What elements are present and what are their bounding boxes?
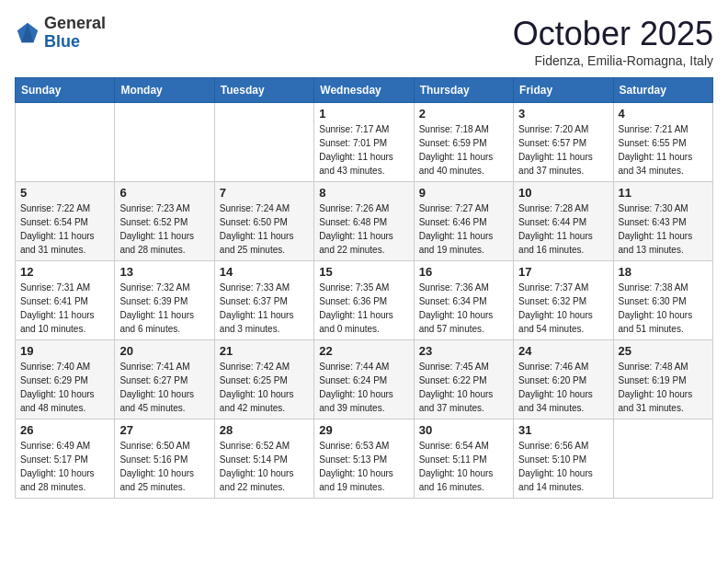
calendar-cell: 29Sunrise: 6:53 AMSunset: 5:13 PMDayligh… (314, 419, 414, 499)
calendar-cell: 22Sunrise: 7:44 AMSunset: 6:24 PMDayligh… (314, 340, 414, 419)
calendar-week-row: 26Sunrise: 6:49 AMSunset: 5:17 PMDayligh… (16, 419, 713, 499)
calendar-cell: 24Sunrise: 7:46 AMSunset: 6:20 PMDayligh… (514, 340, 613, 419)
day-info: Sunrise: 7:41 AMSunset: 6:27 PMDaylight:… (119, 360, 209, 415)
calendar-cell: 10Sunrise: 7:28 AMSunset: 6:44 PMDayligh… (514, 182, 613, 261)
day-info: Sunrise: 7:26 AMSunset: 6:48 PMDaylight:… (319, 201, 408, 257)
day-info: Sunrise: 7:23 AMSunset: 6:52 PMDaylight:… (119, 201, 209, 257)
calendar-cell: 19Sunrise: 7:40 AMSunset: 6:29 PMDayligh… (16, 340, 115, 419)
day-number: 15 (319, 265, 408, 279)
day-info: Sunrise: 7:46 AMSunset: 6:20 PMDaylight:… (518, 360, 608, 415)
day-number: 6 (119, 186, 209, 200)
weekday-header-saturday: Saturday (613, 78, 712, 103)
day-number: 26 (20, 423, 109, 437)
calendar-cell: 31Sunrise: 6:56 AMSunset: 5:10 PMDayligh… (514, 419, 613, 499)
logo-general: General (44, 15, 106, 33)
day-number: 16 (419, 265, 508, 279)
calendar-cell: 16Sunrise: 7:36 AMSunset: 6:34 PMDayligh… (414, 261, 513, 340)
day-number: 30 (419, 423, 508, 437)
day-info: Sunrise: 6:52 AMSunset: 5:14 PMDaylight:… (220, 439, 309, 494)
day-number: 2 (419, 107, 508, 121)
day-info: Sunrise: 7:33 AMSunset: 6:37 PMDaylight:… (220, 281, 309, 336)
calendar-cell: 7Sunrise: 7:24 AMSunset: 6:50 PMDaylight… (214, 182, 313, 261)
calendar-cell (613, 419, 712, 499)
day-info: Sunrise: 7:42 AMSunset: 6:25 PMDaylight:… (220, 360, 309, 415)
calendar-cell: 30Sunrise: 6:54 AMSunset: 5:11 PMDayligh… (414, 419, 513, 499)
weekday-header-tuesday: Tuesday (214, 78, 313, 103)
calendar-week-row: 1Sunrise: 7:17 AMSunset: 7:01 PMDaylight… (16, 103, 713, 182)
calendar-cell: 5Sunrise: 7:22 AMSunset: 6:54 PMDaylight… (16, 182, 115, 261)
day-number: 31 (518, 423, 608, 437)
calendar-cell (214, 103, 313, 182)
day-number: 18 (619, 265, 708, 279)
title-block: October 2025 Fidenza, Emilia-Romagna, It… (513, 15, 713, 68)
weekday-header-thursday: Thursday (414, 78, 513, 103)
day-info: Sunrise: 7:24 AMSunset: 6:50 PMDaylight:… (220, 201, 309, 257)
day-number: 4 (619, 107, 708, 121)
day-info: Sunrise: 6:54 AMSunset: 5:11 PMDaylight:… (419, 439, 508, 494)
day-info: Sunrise: 6:53 AMSunset: 5:13 PMDaylight:… (319, 439, 408, 494)
day-info: Sunrise: 7:30 AMSunset: 6:43 PMDaylight:… (619, 201, 708, 257)
day-number: 22 (319, 344, 408, 358)
weekday-header-monday: Monday (115, 78, 214, 103)
day-number: 14 (220, 265, 309, 279)
calendar-cell: 11Sunrise: 7:30 AMSunset: 6:43 PMDayligh… (613, 182, 712, 261)
calendar-cell: 8Sunrise: 7:26 AMSunset: 6:48 PMDaylight… (314, 182, 414, 261)
logo-text: General Blue (44, 15, 106, 52)
calendar-cell: 25Sunrise: 7:48 AMSunset: 6:19 PMDayligh… (613, 340, 712, 419)
day-info: Sunrise: 7:27 AMSunset: 6:46 PMDaylight:… (419, 201, 508, 257)
calendar-cell: 12Sunrise: 7:31 AMSunset: 6:41 PMDayligh… (16, 261, 115, 340)
calendar-cell: 14Sunrise: 7:33 AMSunset: 6:37 PMDayligh… (214, 261, 313, 340)
calendar-cell: 4Sunrise: 7:21 AMSunset: 6:55 PMDaylight… (613, 103, 712, 182)
day-info: Sunrise: 7:36 AMSunset: 6:34 PMDaylight:… (419, 281, 508, 336)
day-number: 23 (419, 344, 508, 358)
day-number: 24 (518, 344, 608, 358)
day-number: 3 (518, 107, 608, 121)
day-info: Sunrise: 7:18 AMSunset: 6:59 PMDaylight:… (419, 122, 508, 178)
calendar-cell (115, 103, 214, 182)
day-number: 17 (518, 265, 608, 279)
calendar-cell: 15Sunrise: 7:35 AMSunset: 6:36 PMDayligh… (314, 261, 414, 340)
day-number: 19 (20, 344, 109, 358)
day-number: 11 (619, 186, 708, 200)
calendar-cell: 17Sunrise: 7:37 AMSunset: 6:32 PMDayligh… (514, 261, 613, 340)
day-info: Sunrise: 7:44 AMSunset: 6:24 PMDaylight:… (319, 360, 408, 415)
calendar-cell: 13Sunrise: 7:32 AMSunset: 6:39 PMDayligh… (115, 261, 214, 340)
day-info: Sunrise: 7:38 AMSunset: 6:30 PMDaylight:… (619, 281, 708, 336)
day-number: 28 (220, 423, 309, 437)
day-number: 27 (119, 423, 209, 437)
calendar-table: SundayMondayTuesdayWednesdayThursdayFrid… (15, 77, 713, 499)
calendar-cell: 18Sunrise: 7:38 AMSunset: 6:30 PMDayligh… (613, 261, 712, 340)
day-number: 5 (20, 186, 109, 200)
page-header: General Blue October 2025 Fidenza, Emili… (15, 15, 713, 68)
day-number: 13 (119, 265, 209, 279)
calendar-cell (16, 103, 115, 182)
day-info: Sunrise: 7:35 AMSunset: 6:36 PMDaylight:… (319, 281, 408, 336)
day-number: 20 (119, 344, 209, 358)
day-info: Sunrise: 7:31 AMSunset: 6:41 PMDaylight:… (20, 281, 109, 336)
day-info: Sunrise: 7:48 AMSunset: 6:19 PMDaylight:… (619, 360, 708, 415)
month-title: October 2025 (513, 15, 713, 53)
day-number: 29 (319, 423, 408, 437)
day-info: Sunrise: 7:17 AMSunset: 7:01 PMDaylight:… (319, 122, 408, 178)
calendar-cell: 23Sunrise: 7:45 AMSunset: 6:22 PMDayligh… (414, 340, 513, 419)
day-info: Sunrise: 7:22 AMSunset: 6:54 PMDaylight:… (20, 201, 109, 257)
calendar-cell: 28Sunrise: 6:52 AMSunset: 5:14 PMDayligh… (214, 419, 313, 499)
weekday-header-friday: Friday (514, 78, 613, 103)
calendar-cell: 27Sunrise: 6:50 AMSunset: 5:16 PMDayligh… (115, 419, 214, 499)
day-number: 7 (220, 186, 309, 200)
calendar-cell: 2Sunrise: 7:18 AMSunset: 6:59 PMDaylight… (414, 103, 513, 182)
day-number: 25 (619, 344, 708, 358)
calendar-cell: 20Sunrise: 7:41 AMSunset: 6:27 PMDayligh… (115, 340, 214, 419)
calendar-cell: 26Sunrise: 6:49 AMSunset: 5:17 PMDayligh… (16, 419, 115, 499)
day-number: 21 (220, 344, 309, 358)
day-info: Sunrise: 7:21 AMSunset: 6:55 PMDaylight:… (619, 122, 708, 178)
day-info: Sunrise: 6:49 AMSunset: 5:17 PMDaylight:… (20, 439, 109, 494)
calendar-cell: 9Sunrise: 7:27 AMSunset: 6:46 PMDaylight… (414, 182, 513, 261)
calendar-cell: 21Sunrise: 7:42 AMSunset: 6:25 PMDayligh… (214, 340, 313, 419)
weekday-header-sunday: Sunday (16, 78, 115, 103)
calendar-cell: 6Sunrise: 7:23 AMSunset: 6:52 PMDaylight… (115, 182, 214, 261)
logo: General Blue (15, 15, 106, 52)
calendar-week-row: 5Sunrise: 7:22 AMSunset: 6:54 PMDaylight… (16, 182, 713, 261)
logo-blue: Blue (44, 33, 106, 52)
day-info: Sunrise: 7:32 AMSunset: 6:39 PMDaylight:… (119, 281, 209, 336)
